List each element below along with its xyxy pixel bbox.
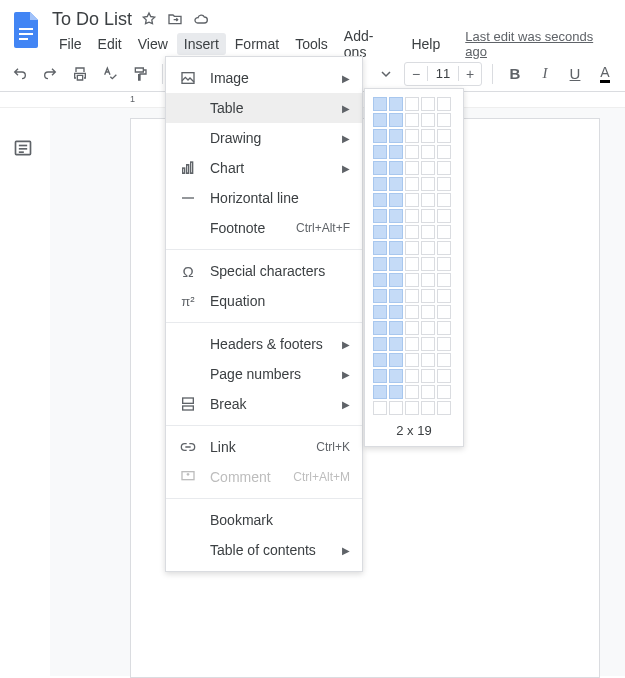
table-picker-cell[interactable]: [389, 113, 403, 127]
menu-item-special-characters[interactable]: Ω Special characters: [166, 256, 362, 286]
table-picker-cell[interactable]: [405, 97, 419, 111]
table-picker-cell[interactable]: [373, 353, 387, 367]
table-picker-cell[interactable]: [405, 385, 419, 399]
table-picker-cell[interactable]: [421, 177, 435, 191]
table-picker-cell[interactable]: [405, 305, 419, 319]
table-picker-cell[interactable]: [405, 193, 419, 207]
table-picker-cell[interactable]: [373, 289, 387, 303]
table-picker-cell[interactable]: [437, 193, 451, 207]
table-picker-cell[interactable]: [405, 225, 419, 239]
table-picker-cell[interactable]: [389, 225, 403, 239]
table-picker-cell[interactable]: [389, 241, 403, 255]
italic-icon[interactable]: I: [533, 62, 557, 86]
table-picker-cell[interactable]: [437, 401, 451, 415]
table-picker-cell[interactable]: [437, 273, 451, 287]
menu-help[interactable]: Help: [404, 33, 447, 55]
table-picker-cell[interactable]: [389, 129, 403, 143]
table-picker-cell[interactable]: [389, 177, 403, 191]
table-picker-grid[interactable]: [373, 97, 455, 415]
table-picker-cell[interactable]: [437, 353, 451, 367]
table-picker-cell[interactable]: [373, 225, 387, 239]
table-picker-cell[interactable]: [389, 289, 403, 303]
table-picker-cell[interactable]: [373, 177, 387, 191]
table-picker-cell[interactable]: [373, 145, 387, 159]
menu-file[interactable]: File: [52, 33, 89, 55]
table-picker-cell[interactable]: [373, 321, 387, 335]
print-icon[interactable]: [68, 62, 92, 86]
table-picker-cell[interactable]: [421, 305, 435, 319]
table-picker-cell[interactable]: [405, 353, 419, 367]
table-picker-cell[interactable]: [389, 161, 403, 175]
table-picker-cell[interactable]: [437, 289, 451, 303]
table-picker-cell[interactable]: [421, 273, 435, 287]
table-picker-cell[interactable]: [421, 113, 435, 127]
table-picker-cell[interactable]: [389, 385, 403, 399]
last-edit-link[interactable]: Last edit was seconds ago: [465, 29, 617, 59]
table-picker-cell[interactable]: [421, 401, 435, 415]
underline-icon[interactable]: U: [563, 62, 587, 86]
table-picker-cell[interactable]: [421, 257, 435, 271]
table-picker-cell[interactable]: [389, 337, 403, 351]
table-picker-cell[interactable]: [373, 193, 387, 207]
spellcheck-icon[interactable]: [98, 62, 122, 86]
menu-edit[interactable]: Edit: [91, 33, 129, 55]
menu-item-toc[interactable]: Table of contents ▶: [166, 535, 362, 565]
table-picker-cell[interactable]: [437, 113, 451, 127]
table-picker-cell[interactable]: [405, 161, 419, 175]
paint-format-icon[interactable]: [128, 62, 152, 86]
menu-item-equation[interactable]: π² Equation: [166, 286, 362, 316]
table-picker-cell[interactable]: [373, 129, 387, 143]
text-color-icon[interactable]: A: [593, 62, 617, 86]
table-picker-cell[interactable]: [437, 209, 451, 223]
table-picker-cell[interactable]: [437, 369, 451, 383]
font-size-increase[interactable]: +: [459, 66, 481, 82]
font-size-decrease[interactable]: −: [405, 66, 427, 82]
table-picker-cell[interactable]: [389, 321, 403, 335]
table-picker-cell[interactable]: [373, 97, 387, 111]
table-picker-cell[interactable]: [437, 129, 451, 143]
table-picker-cell[interactable]: [437, 321, 451, 335]
table-picker-cell[interactable]: [389, 257, 403, 271]
menu-item-table[interactable]: Table ▶: [166, 93, 362, 123]
table-picker-cell[interactable]: [389, 305, 403, 319]
table-picker-cell[interactable]: [405, 321, 419, 335]
table-picker-cell[interactable]: [421, 337, 435, 351]
table-picker-cell[interactable]: [437, 337, 451, 351]
font-size-value[interactable]: 11: [427, 66, 459, 81]
table-picker-cell[interactable]: [421, 369, 435, 383]
table-picker-cell[interactable]: [437, 225, 451, 239]
table-picker-cell[interactable]: [405, 337, 419, 351]
table-picker-cell[interactable]: [421, 97, 435, 111]
menu-format[interactable]: Format: [228, 33, 286, 55]
table-picker-cell[interactable]: [389, 369, 403, 383]
table-picker-cell[interactable]: [373, 401, 387, 415]
table-picker-cell[interactable]: [437, 385, 451, 399]
table-picker-cell[interactable]: [405, 401, 419, 415]
table-picker-cell[interactable]: [405, 113, 419, 127]
table-picker-cell[interactable]: [389, 97, 403, 111]
menu-item-link[interactable]: Link Ctrl+K: [166, 432, 362, 462]
table-picker-cell[interactable]: [405, 241, 419, 255]
table-picker-cell[interactable]: [421, 289, 435, 303]
table-picker-cell[interactable]: [405, 209, 419, 223]
table-picker-cell[interactable]: [405, 369, 419, 383]
table-picker-cell[interactable]: [373, 385, 387, 399]
menu-view[interactable]: View: [131, 33, 175, 55]
docs-logo[interactable]: [8, 8, 44, 52]
table-picker-cell[interactable]: [421, 385, 435, 399]
menu-item-image[interactable]: Image ▶: [166, 63, 362, 93]
menu-insert[interactable]: Insert: [177, 33, 226, 55]
table-picker-cell[interactable]: [373, 369, 387, 383]
table-picker-cell[interactable]: [421, 193, 435, 207]
table-picker-cell[interactable]: [373, 257, 387, 271]
table-picker-cell[interactable]: [405, 129, 419, 143]
table-picker-cell[interactable]: [373, 305, 387, 319]
table-picker-cell[interactable]: [421, 353, 435, 367]
font-dropdown-icon[interactable]: [374, 62, 398, 86]
table-picker-cell[interactable]: [437, 305, 451, 319]
table-picker-cell[interactable]: [373, 241, 387, 255]
table-picker-cell[interactable]: [421, 161, 435, 175]
table-picker-cell[interactable]: [437, 145, 451, 159]
move-icon[interactable]: [166, 10, 184, 28]
table-picker-cell[interactable]: [405, 289, 419, 303]
